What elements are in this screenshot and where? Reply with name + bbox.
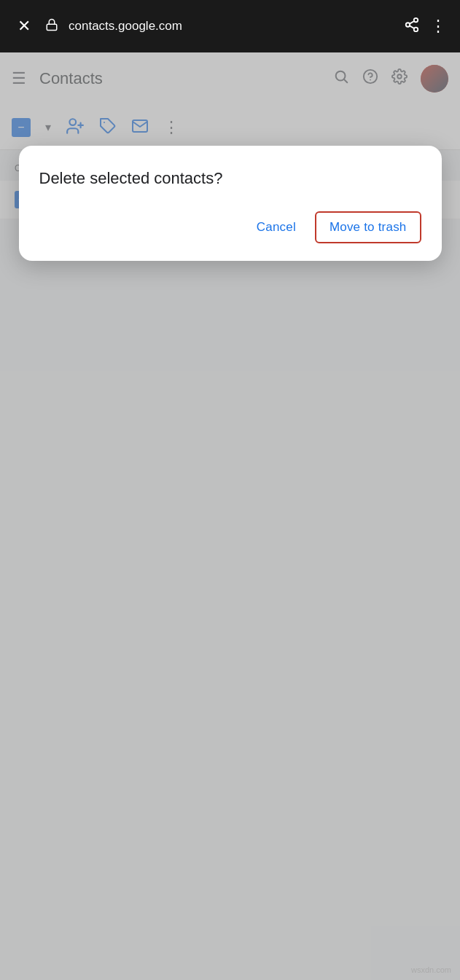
dialog-actions: Cancel Move to trash [39, 211, 421, 243]
cancel-button[interactable]: Cancel [243, 213, 309, 242]
move-to-trash-button[interactable]: Move to trash [315, 211, 421, 243]
dialog-title: Delete selected contacts? [39, 169, 421, 188]
watermark: wsxdn.com [411, 965, 451, 974]
dialog-overlay: Delete selected contacts? Cancel Move to… [0, 0, 460, 980]
delete-dialog: Delete selected contacts? Cancel Move to… [19, 146, 442, 261]
